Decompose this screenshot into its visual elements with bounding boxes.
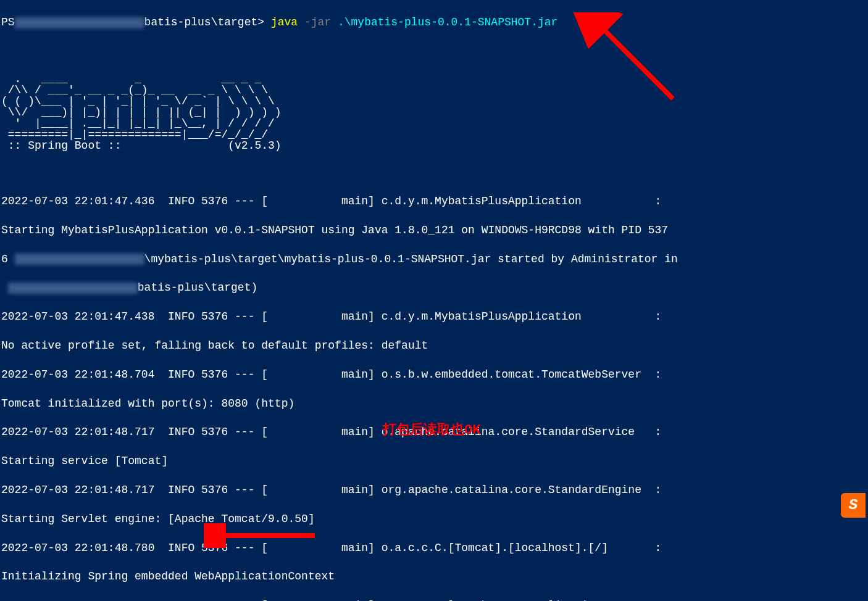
sogou-ime-icon[interactable]: S <box>841 493 866 518</box>
log-entry: No active profile set, falling back to d… <box>1 339 867 353</box>
log-entry: 2022-07-03 22:01:47.436 INFO 5376 --- [ … <box>1 194 867 209</box>
jar-argument: .\mybatis-plus-0.0.1-SNAPSHOT.jar <box>338 16 557 28</box>
log-entry: 6 \mybatis-plus\target\mybatis-plus-0.0.… <box>1 252 867 267</box>
log-entry: Tomcat initialized with port(s): 8080 (h… <box>1 397 867 411</box>
path-suffix: batis-plus\target> <box>144 16 264 28</box>
blurred-text <box>15 254 144 265</box>
banner-line: =========|_|==============|___/=/_/_/_/ <box>1 128 268 141</box>
terminal-output[interactable]: PSbatis-plus\target> java -jar .\mybatis… <box>0 0 868 601</box>
banner-line: :: Spring Boot :: (v2.5.3) <box>1 139 282 152</box>
blurred-text <box>8 283 138 294</box>
blurred-path <box>15 17 144 28</box>
spring-banner: . ____ _ __ _ _ /\\ / ___'_ __ _ _(_)_ _… <box>1 73 867 151</box>
arrow-annotation-top <box>568 12 691 111</box>
banner-line: /\\ / ___'_ __ _ _(_)_ __ __ _ \ \ \ \ <box>1 84 268 96</box>
log-entry: Initializing Spring embedded WebApplicat… <box>1 570 867 584</box>
log-entry: 2022-07-03 22:01:48.717 INFO 5376 --- [ … <box>1 483 867 497</box>
banner-line: \\/ ___)| |_)| | | | | || (_| | ) ) ) ) <box>1 106 282 118</box>
jar-flag: -jar <box>304 16 331 28</box>
svg-line-1 <box>599 25 673 99</box>
log-entry: Starting MybatisPlusApplication v0.0.1-S… <box>1 223 867 238</box>
ps-prefix: PS <box>1 16 15 28</box>
banner-line: ' |____| .__|_| |_|_| |_\__, | / / / / <box>1 117 275 130</box>
banner-line: . ____ _ __ _ _ <box>1 73 261 85</box>
java-command: java <box>271 16 298 28</box>
arrow-annotation-bottom <box>204 523 327 548</box>
log-entry: Starting Servlet engine: [Apache Tomcat/… <box>1 512 867 526</box>
log-entry: batis-plus\target) <box>1 281 867 295</box>
command-prompt: PSbatis-plus\target> java -jar .\mybatis… <box>1 15 867 30</box>
log-entry: 2022-07-03 22:01:48.704 INFO 5376 --- [ … <box>1 368 867 382</box>
blank-line <box>1 165 867 180</box>
banner-line: ( ( )\___ | '_ | '_| | '_ \/ _` | \ \ \ … <box>1 95 275 107</box>
annotation-text: 打包后读取也OK <box>383 422 480 440</box>
log-entry: Starting service [Tomcat] <box>1 454 867 468</box>
log-entry: 2022-07-03 22:01:47.438 INFO 5376 --- [ … <box>1 310 867 324</box>
blank-line <box>1 44 867 59</box>
log-entry: 2022-07-03 22:01:48.780 INFO 5376 --- [ … <box>1 599 867 601</box>
log-entry: 2022-07-03 22:01:48.780 INFO 5376 --- [ … <box>1 541 867 555</box>
